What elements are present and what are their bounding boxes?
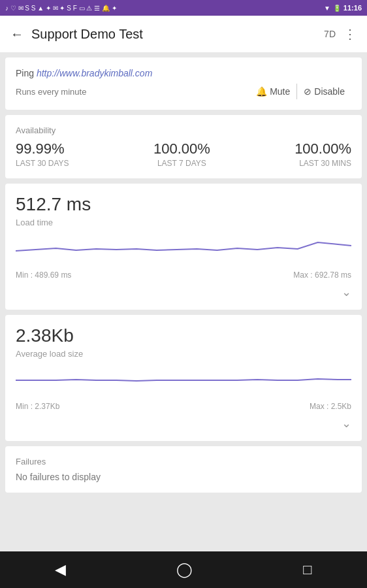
content-area: Ping http://www.bradykimball.com Runs ev…	[0, 52, 367, 551]
wifi-icon: ▼	[324, 5, 330, 12]
chevron-down-icon-2[interactable]: ⌄	[342, 416, 351, 431]
ping-actions-row: Runs every minute 🔔 Mute ⊘ Disable	[16, 84, 351, 99]
avail-7days-pct: 100.00%	[153, 140, 210, 157]
mute-icon: 🔔	[256, 86, 267, 97]
status-bar-left: ♪ ♡ ✉ S S ▲ ✦ ✉ ✦ S F ▭ ⚠ ☰ 🔔 ✦	[5, 5, 117, 12]
avail-30mins-period: LAST 30 MINS	[299, 159, 351, 168]
status-bar: ♪ ♡ ✉ S S ▲ ✦ ✉ ✦ S F ▭ ⚠ ☰ 🔔 ✦ ▼ 🔋 11:1…	[0, 0, 367, 16]
no-failures-text: No failures to display	[16, 472, 351, 482]
availability-row: 99.99% LAST 30 DAYS 100.00% LAST 7 DAYS …	[16, 140, 351, 168]
chevron-down-icon[interactable]: ⌄	[342, 285, 351, 299]
back-button[interactable]: ←	[10, 27, 24, 42]
home-nav-button[interactable]: ◯	[176, 561, 193, 578]
ping-label: Ping	[16, 68, 34, 78]
load-time-chart	[16, 233, 351, 265]
load-time-minmax: Min : 489.69 ms Max : 692.78 ms	[16, 270, 351, 280]
period-label[interactable]: 7D	[324, 29, 336, 39]
clock: 11:16	[343, 4, 362, 12]
ping-url-text: http://www.bradykimball.com	[37, 68, 152, 78]
ping-action-buttons: 🔔 Mute ⊘ Disable	[249, 84, 351, 99]
mute-label: Mute	[270, 86, 290, 97]
load-size-chevron-row: ⌄	[16, 416, 351, 431]
avail-30days: 99.99% LAST 30 DAYS	[16, 140, 69, 168]
app-icons: ♪ ♡ ✉ S S ▲ ✦ ✉ ✦ S F ▭ ⚠ ☰ 🔔 ✦	[5, 5, 117, 12]
load-time-value: 512.7 ms	[16, 194, 351, 215]
recents-nav-button[interactable]: □	[303, 561, 311, 578]
more-options-button[interactable]: ⋮	[343, 26, 357, 42]
load-size-value: 2.38Kb	[16, 325, 351, 346]
app-bar: ← Support Demo Test 7D ⋮	[0, 16, 367, 52]
disable-icon: ⊘	[304, 86, 311, 97]
load-size-chart	[16, 364, 351, 397]
page-title: Support Demo Test	[31, 27, 316, 42]
avail-30days-period: LAST 30 DAYS	[16, 159, 69, 168]
load-size-minmax: Min : 2.37Kb Max : 2.5Kb	[16, 402, 351, 411]
avail-7days-period: LAST 7 DAYS	[157, 159, 206, 168]
failures-label: Failures	[16, 457, 351, 466]
availability-label: Availability	[16, 125, 351, 135]
load-time-label: Load time	[16, 218, 351, 227]
status-bar-right: ▼ 🔋 11:16	[324, 4, 362, 12]
load-size-card: 2.38Kb Average load size Min : 2.37Kb Ma…	[5, 315, 362, 441]
mute-button[interactable]: 🔔 Mute	[249, 84, 297, 99]
load-size-max: Max : 2.5Kb	[310, 402, 351, 411]
disable-button[interactable]: ⊘ Disable	[297, 84, 351, 99]
load-size-min: Min : 2.37Kb	[16, 402, 59, 411]
back-nav-button[interactable]: ◀	[55, 561, 66, 578]
load-time-card: 512.7 ms Load time Min : 489.69 ms Max :…	[5, 184, 362, 310]
load-time-max: Max : 692.78 ms	[293, 270, 351, 280]
availability-card: Availability 99.99% LAST 30 DAYS 100.00%…	[5, 115, 362, 178]
disable-label: Disable	[314, 86, 345, 97]
avail-30mins: 100.00% LAST 30 MINS	[295, 140, 351, 168]
ping-card: Ping http://www.bradykimball.com Runs ev…	[5, 57, 362, 110]
runs-label: Runs every minute	[16, 87, 86, 97]
failures-card: Failures No failures to display	[5, 446, 362, 493]
load-size-label: Average load size	[16, 349, 351, 359]
avail-30mins-pct: 100.00%	[295, 140, 351, 157]
load-time-chevron-row: ⌄	[16, 285, 351, 299]
avail-7days: 100.00% LAST 7 DAYS	[153, 140, 210, 168]
ping-url-row: Ping http://www.bradykimball.com	[16, 68, 351, 78]
ping-url-link[interactable]: http://www.bradykimball.com	[37, 68, 152, 78]
battery-icon: 🔋	[333, 5, 341, 12]
bottom-navigation: ◀ ◯ □	[0, 551, 367, 588]
load-time-min: Min : 489.69 ms	[16, 270, 71, 280]
avail-30days-pct: 99.99%	[16, 140, 65, 157]
